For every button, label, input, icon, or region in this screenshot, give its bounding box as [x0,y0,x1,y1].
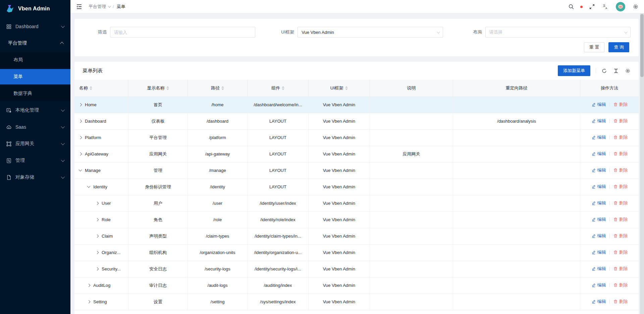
fullscreen-icon[interactable] [589,4,595,10]
edit-button[interactable]: 编辑 [591,266,606,272]
delete-button[interactable]: 删除 [613,118,628,124]
sort-icon[interactable] [221,86,224,90]
search-button[interactable]: 查 询 [608,42,629,52]
edit-button[interactable]: 编辑 [591,249,606,255]
reset-button[interactable]: 重 置 [584,42,605,52]
edit-button[interactable]: 编辑 [591,118,606,124]
delete-button[interactable]: 删除 [613,102,628,108]
chevron-down-icon [624,30,628,34]
delete-button[interactable]: 删除 [613,167,628,173]
column-settings-icon[interactable] [625,68,631,74]
breadcrumb-parent[interactable]: 平台管理 [89,4,110,10]
sidebar-item-5[interactable]: A 本地化管理 [0,103,70,118]
sidebar-menu: Dashboard 平台管理 布局 菜单 数据字典 A 本地化管理 Saas 应… [0,17,70,185]
edit-button[interactable]: 编辑 [591,134,606,140]
sort-icon[interactable] [345,86,348,90]
page-scrollbar-thumb[interactable] [640,14,644,77]
cell-description [370,261,453,277]
cell-display-name: 声明类型 [128,228,187,244]
column-header-3[interactable]: 组件 [247,80,308,97]
menu-table: 名称 显示名称 路径 组件 UI框架 说明 重定向路径 [74,80,639,314]
translate-icon[interactable]: 文 A [602,4,608,10]
edit-button[interactable]: 编辑 [591,216,606,223]
expand-icon[interactable] [79,120,82,123]
cell-actions: 编辑 删除 [580,228,639,244]
delete-button[interactable]: 删除 [613,249,628,255]
row-height-icon[interactable] [613,68,619,74]
cell-actions: 编辑 删除 [580,129,639,146]
sidebar-item-4[interactable]: 数据字典 [0,86,70,101]
cell-display-name: 身份标识管理 [128,179,187,195]
delete-button[interactable]: 删除 [613,282,628,288]
cell-name: User [74,195,128,211]
expand-icon[interactable] [79,168,82,172]
sidebar-item-2[interactable]: 布局 [0,52,70,68]
delete-button[interactable]: 删除 [613,200,628,206]
edit-button[interactable]: 编辑 [591,200,606,206]
delete-button[interactable]: 删除 [613,151,628,157]
expand-icon[interactable] [96,202,99,205]
sidebar-item-6[interactable]: Saas [0,119,70,135]
cell-display-name: 角色 [128,211,187,228]
expand-icon[interactable] [87,185,91,188]
edit-button[interactable]: 编辑 [591,184,606,190]
expand-icon[interactable] [79,152,82,156]
column-header-1[interactable]: 显示名称 [128,80,187,97]
avatar[interactable] [616,2,625,11]
svg-text:A: A [7,109,9,112]
cell-component: /sys/settings/index [247,294,308,310]
ui-framework-select[interactable]: Vue Vben Admin [298,27,443,38]
expand-icon[interactable] [96,251,99,254]
cell-actions: 编辑 删除 [580,146,639,162]
sidebar-item-8[interactable]: 管理 [0,153,70,168]
action-divider [609,103,610,107]
delete-button[interactable]: 删除 [613,184,628,190]
layout-select[interactable]: 请选择 [485,27,631,38]
edit-button[interactable]: 编辑 [591,151,606,157]
sort-icon[interactable] [90,86,92,90]
delete-button[interactable]: 删除 [613,216,628,223]
edit-button[interactable]: 编辑 [591,102,606,108]
keyword-input[interactable] [114,30,251,35]
column-header-2[interactable]: 路径 [188,80,247,97]
expand-icon[interactable] [79,103,82,107]
settings-gear-icon[interactable] [633,4,639,10]
cell-component: /identity/organization-u... [247,244,308,261]
sidebar-item-3[interactable]: 菜单 [0,69,70,84]
logo-icon [6,4,15,13]
expand-icon[interactable] [96,267,99,271]
delete-button[interactable]: 删除 [613,233,628,239]
edit-button[interactable]: 编辑 [591,299,606,305]
cell-path: /organization-units [188,244,247,261]
expand-icon[interactable] [96,235,99,238]
sort-icon[interactable] [282,86,284,90]
edit-button[interactable]: 编辑 [591,167,606,173]
action-divider [609,234,610,238]
sidebar-item-label: Saas [15,124,61,130]
edit-button[interactable]: 编辑 [591,282,606,288]
column-header-4[interactable]: UI框架 [309,80,370,97]
delete-button[interactable]: 删除 [613,266,628,272]
add-menu-button[interactable]: 添加新菜单 [558,65,590,76]
expand-icon[interactable] [87,284,91,287]
delete-button[interactable]: 删除 [613,299,628,305]
column-header-0[interactable]: 名称 [74,80,128,97]
cell-path: /role [188,211,247,228]
sidebar-item-9[interactable]: 对象存储 [0,170,70,185]
sidebar-item-7[interactable]: 应用网关 [0,136,70,151]
edit-button[interactable]: 编辑 [591,233,606,239]
cell-name: AuditLog [74,277,128,294]
expand-icon[interactable] [87,300,91,304]
expand-icon[interactable] [96,218,99,222]
delete-button[interactable]: 删除 [613,134,628,140]
refresh-icon[interactable] [601,68,607,74]
breadcrumb-separator: / [113,4,114,9]
sidebar-fold-icon[interactable] [76,3,83,10]
sidebar-item-1[interactable]: 平台管理 [0,36,70,51]
app-logo[interactable]: Vben Admin [0,0,70,17]
sort-icon[interactable] [166,86,169,90]
sidebar-item-0[interactable]: Dashboard [0,19,70,34]
search-icon[interactable] [568,4,574,10]
expand-icon[interactable] [79,136,82,139]
sidebar-item-label: 菜单 [13,74,64,80]
